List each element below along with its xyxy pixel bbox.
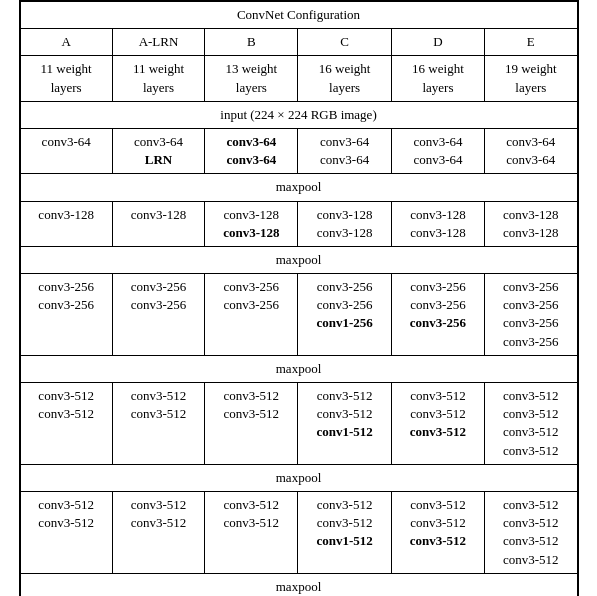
section1-conv-row: conv3-64 conv3-64LRN conv3-64conv3-64 co… (20, 128, 577, 173)
convnet-table: ConvNet Configuration A A-LRN B C D E 11… (19, 0, 579, 596)
s2-col-b: conv3-128conv3-128 (205, 201, 298, 246)
s1-col-c: conv3-64conv3-64 (298, 128, 391, 173)
s4-col-alrn: conv3-512conv3-512 (112, 383, 204, 465)
s3-col-a: conv3-256conv3-256 (20, 274, 112, 356)
s2-col-d: conv3-128conv3-128 (391, 201, 484, 246)
col-e: E (485, 29, 577, 56)
section3-conv-row: conv3-256conv3-256 conv3-256conv3-256 co… (20, 274, 577, 356)
section5-conv-row: conv3-512conv3-512 conv3-512conv3-512 co… (20, 491, 577, 573)
maxpool4: maxpool (20, 464, 577, 491)
maxpool5-row: maxpool (20, 573, 577, 596)
title-row: ConvNet Configuration (20, 2, 577, 29)
maxpool4-row: maxpool (20, 464, 577, 491)
s5-col-alrn: conv3-512conv3-512 (112, 491, 204, 573)
s3-col-alrn: conv3-256conv3-256 (112, 274, 204, 356)
s4-col-d: conv3-512conv3-512conv3-512 (391, 383, 484, 465)
s1-col-alrn: conv3-64LRN (112, 128, 204, 173)
s1-col-a: conv3-64 (20, 128, 112, 173)
weight-a: 11 weightlayers (20, 56, 112, 101)
s4-col-c: conv3-512conv3-512conv1-512 (298, 383, 391, 465)
s5-col-d: conv3-512conv3-512conv3-512 (391, 491, 484, 573)
s3-col-b: conv3-256conv3-256 (205, 274, 298, 356)
s1-col-e: conv3-64conv3-64 (485, 128, 577, 173)
s4-col-a: conv3-512conv3-512 (20, 383, 112, 465)
weight-alrn: 11 weightlayers (112, 56, 204, 101)
section2-conv-row: conv3-128 conv3-128 conv3-128conv3-128 c… (20, 201, 577, 246)
weight-d: 16 weightlayers (391, 56, 484, 101)
s5-col-b: conv3-512conv3-512 (205, 491, 298, 573)
maxpool2-row: maxpool (20, 246, 577, 273)
maxpool3: maxpool (20, 355, 577, 382)
weight-e: 19 weightlayers (485, 56, 577, 101)
maxpool2: maxpool (20, 246, 577, 273)
col-a: A (20, 29, 112, 56)
table-title: ConvNet Configuration (20, 2, 577, 29)
s5-col-a: conv3-512conv3-512 (20, 491, 112, 573)
s1-col-d: conv3-64conv3-64 (391, 128, 484, 173)
maxpool3-row: maxpool (20, 355, 577, 382)
s4-col-b: conv3-512conv3-512 (205, 383, 298, 465)
s3-col-c: conv3-256conv3-256conv1-256 (298, 274, 391, 356)
col-c: C (298, 29, 391, 56)
s4-col-e: conv3-512conv3-512conv3-512conv3-512 (485, 383, 577, 465)
s5-col-e: conv3-512conv3-512conv3-512conv3-512 (485, 491, 577, 573)
s2-col-alrn: conv3-128 (112, 201, 204, 246)
maxpool1-row: maxpool (20, 174, 577, 201)
input-row: input (224 × 224 RGB image) (20, 101, 577, 128)
s2-col-c: conv3-128conv3-128 (298, 201, 391, 246)
col-d: D (391, 29, 484, 56)
column-header-row: A A-LRN B C D E (20, 29, 577, 56)
col-b: B (205, 29, 298, 56)
weight-c: 16 weightlayers (298, 56, 391, 101)
input-label: input (224 × 224 RGB image) (20, 101, 577, 128)
maxpool1: maxpool (20, 174, 577, 201)
col-alrn: A-LRN (112, 29, 204, 56)
section4-conv-row: conv3-512conv3-512 conv3-512conv3-512 co… (20, 383, 577, 465)
s5-col-c: conv3-512conv3-512conv1-512 (298, 491, 391, 573)
s2-col-e: conv3-128conv3-128 (485, 201, 577, 246)
s3-col-d: conv3-256conv3-256conv3-256 (391, 274, 484, 356)
maxpool5: maxpool (20, 573, 577, 596)
s2-col-a: conv3-128 (20, 201, 112, 246)
weight-b: 13 weightlayers (205, 56, 298, 101)
weight-layers-row: 11 weightlayers 11 weightlayers 13 weigh… (20, 56, 577, 101)
s1-col-b: conv3-64conv3-64 (205, 128, 298, 173)
s3-col-e: conv3-256conv3-256conv3-256conv3-256 (485, 274, 577, 356)
